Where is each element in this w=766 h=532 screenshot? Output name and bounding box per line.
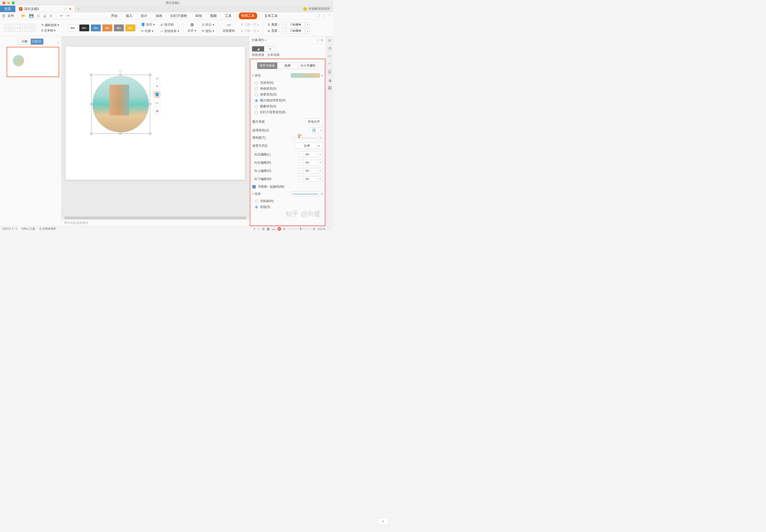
- popout-icon[interactable]: ⤢: [317, 38, 319, 42]
- preview-icon[interactable]: ⎘: [49, 14, 53, 18]
- fill-tool-icon[interactable]: 🪣: [154, 91, 160, 98]
- add-tab-button[interactable]: +: [75, 6, 82, 12]
- fill-solid[interactable]: 纯色填充(S): [255, 86, 323, 92]
- redo-icon[interactable]: ↷: [66, 14, 70, 18]
- menu-design[interactable]: 设计: [140, 13, 148, 19]
- edit-icon[interactable]: ✎: [154, 83, 160, 90]
- text-options-tab[interactable]: 文本选项: [267, 53, 279, 57]
- canvas-scroll[interactable]: ⊖ ✎ 🪣 ▭ ⊞: [61, 36, 249, 216]
- fit-icon[interactable]: ⛶: [327, 227, 330, 231]
- horizontal-scrollbar[interactable]: [61, 216, 249, 219]
- share-icon[interactable]: ⤴: [318, 14, 320, 18]
- resize-handle-r[interactable]: [149, 103, 151, 105]
- resize-handle-bl[interactable]: [90, 133, 92, 135]
- fill-none[interactable]: 无填充(N): [255, 80, 323, 86]
- fill-picture[interactable]: 图片或纹理填充(P): [255, 98, 323, 103]
- slide-canvas[interactable]: ⊖ ✎ 🪣 ▭ ⊞: [66, 47, 245, 180]
- hamburger-icon[interactable]: ☰: [2, 14, 5, 18]
- more-tools-icon[interactable]: ⊞: [154, 108, 160, 114]
- transparency-minus[interactable]: −: [292, 136, 296, 140]
- maximize-window-icon[interactable]: [12, 2, 15, 4]
- menu-review[interactable]: 审阅: [194, 13, 203, 19]
- collapse-ribbon-icon[interactable]: ⌃: [328, 14, 331, 18]
- offset-t-plus[interactable]: +: [318, 168, 323, 174]
- menu-slideshow[interactable]: 幻灯片放映: [169, 13, 188, 19]
- rail-icon-6[interactable]: ◑: [328, 78, 331, 82]
- shape-view-icon[interactable]: ◢: [252, 46, 264, 51]
- user-account[interactable]: 幸福树里的流年: [300, 6, 333, 12]
- rail-icon-1[interactable]: ⟳: [328, 38, 331, 42]
- fill-section-header[interactable]: 填充 ▾: [252, 72, 323, 79]
- line-preview[interactable]: [291, 191, 320, 196]
- group-button[interactable]: ⊡组合 ▾: [202, 22, 214, 27]
- slide-thumbnail-1[interactable]: [7, 47, 59, 77]
- menu-insert[interactable]: 插入: [125, 13, 133, 19]
- rail-icon-2[interactable]: ◔: [328, 46, 331, 50]
- tab-fill-line[interactable]: 填充与线条: [257, 62, 278, 69]
- more-icon[interactable]: ⋮: [322, 14, 325, 18]
- fill-pattern[interactable]: 图案填充(A): [255, 103, 323, 109]
- rail-icon-4[interactable]: ✧: [328, 61, 331, 66]
- menu-animation[interactable]: 动画: [154, 13, 163, 19]
- width-minus[interactable]: −: [281, 28, 286, 34]
- rotate-with-shape-row[interactable]: ✓ 与形状一起旋转(W): [252, 183, 323, 190]
- resize-handle-tr[interactable]: [149, 74, 151, 76]
- offset-l-minus[interactable]: −: [299, 152, 304, 157]
- offset-t-value[interactable]: 0%: [304, 168, 318, 174]
- zoom-value[interactable]: 113 %: [317, 227, 325, 230]
- fill-button[interactable]: 🪣填充 ▾: [141, 22, 155, 27]
- offset-b-plus[interactable]: +: [318, 176, 323, 182]
- style-1[interactable]: Abc: [68, 24, 78, 31]
- fill-gradient[interactable]: 渐变填充(G): [255, 92, 323, 98]
- offset-r-value[interactable]: 0%: [304, 160, 318, 165]
- home-tab[interactable]: 首页: [0, 6, 15, 12]
- menu-tools[interactable]: 工具: [224, 13, 233, 19]
- offset-r-minus[interactable]: −: [299, 160, 304, 165]
- close-window-icon[interactable]: [3, 2, 5, 4]
- line-none[interactable]: 无线条(N): [255, 198, 323, 204]
- resize-handle-t[interactable]: [120, 74, 121, 76]
- offset-b-value[interactable]: 0%: [304, 176, 318, 182]
- menu-drawing-tools[interactable]: 绘图工具: [239, 13, 257, 19]
- texture-preview[interactable]: [309, 127, 319, 133]
- placement-select[interactable]: 拉伸│ ▾: [294, 143, 323, 149]
- tab-effect[interactable]: 效果: [277, 62, 298, 69]
- style-5[interactable]: Abc: [114, 24, 124, 31]
- rail-icon-5[interactable]: ≡: [328, 69, 331, 75]
- undo-icon[interactable]: ↶: [59, 14, 64, 18]
- rail-icon-7[interactable]: 🖼: [328, 86, 331, 90]
- offset-l-value[interactable]: 0%: [304, 152, 318, 157]
- slides-tab[interactable]: 幻灯片: [31, 39, 43, 45]
- fill-preview[interactable]: [291, 73, 320, 78]
- outline-tab[interactable]: 大纲: [18, 39, 31, 45]
- slideshow-icon[interactable]: ▶: [277, 227, 281, 231]
- collapse-tools-icon[interactable]: ⊖: [154, 75, 160, 81]
- rotation-handle[interactable]: [119, 70, 122, 72]
- line-solid[interactable]: 实线(S): [255, 204, 323, 210]
- zoom-in-icon[interactable]: ⊕: [313, 227, 315, 231]
- zoom-out-icon[interactable]: ⊖: [283, 227, 286, 231]
- shape-styles[interactable]: Abc Abc Abc Abc Abc Abc: [66, 24, 137, 31]
- menu-start[interactable]: 开始: [110, 13, 119, 19]
- close-panel-icon[interactable]: ×: [57, 41, 59, 45]
- text-view-icon[interactable]: ≡: [264, 46, 276, 51]
- sorter-view-icon[interactable]: ⊞: [262, 227, 265, 231]
- print-icon[interactable]: 🖨: [42, 14, 47, 18]
- offset-b-minus[interactable]: −: [299, 176, 304, 182]
- file-menu[interactable]: 文件: [7, 14, 14, 18]
- fill-slidebg[interactable]: 幻灯片背景填充(B): [255, 109, 323, 115]
- normal-view-icon[interactable]: ▭: [257, 227, 260, 231]
- menu-view[interactable]: 视图: [209, 13, 218, 19]
- resize-handle-tl[interactable]: [90, 74, 92, 76]
- height-plus[interactable]: +: [305, 22, 310, 27]
- resize-handle-b[interactable]: [120, 133, 121, 135]
- width-input[interactable]: [287, 28, 304, 34]
- open-icon[interactable]: 📂: [20, 14, 26, 18]
- select-pane-button[interactable]: 选择窗格: [223, 28, 235, 34]
- export-icon[interactable]: ⎙: [36, 14, 40, 18]
- offset-r-plus[interactable]: +: [318, 160, 323, 165]
- shape-options-tab[interactable]: 形状选项: [252, 53, 264, 57]
- local-file-button[interactable]: 本地文件: [305, 119, 323, 125]
- rail-icon-3[interactable]: ▭: [328, 54, 331, 58]
- rotate-button[interactable]: ⟳旋转 ▾: [202, 28, 214, 34]
